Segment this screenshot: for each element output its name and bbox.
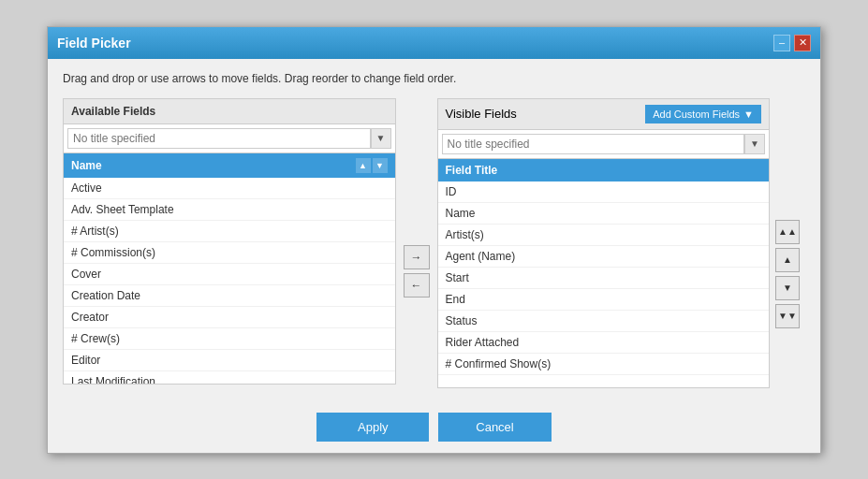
list-item[interactable]: Rider Attached (438, 332, 770, 354)
move-down-button[interactable]: ▼ (775, 276, 800, 300)
visible-fields-header-row: Visible Fields Add Custom Fields ▼ (438, 99, 770, 130)
reorder-buttons: ▲▲ ▲ ▼ ▼▼ (770, 220, 805, 328)
minimize-button[interactable]: – (773, 35, 790, 51)
sort-desc-button[interactable]: ▼ (373, 158, 388, 173)
list-item[interactable]: Agent (Name) (438, 246, 770, 268)
available-fields-header: Available Fields (64, 99, 395, 124)
available-fields-filter-button[interactable]: ▼ (371, 128, 391, 149)
list-item[interactable]: Creation Date (64, 285, 395, 307)
list-item[interactable]: End (438, 289, 770, 311)
visible-fields-header-label: Visible Fields (446, 107, 517, 121)
list-item[interactable]: Name (438, 203, 770, 225)
titlebar-controls: – ✕ (773, 35, 811, 51)
panels-container: Available Fields ▼ Name ▲ ▼ Active Adv. … (63, 98, 805, 388)
list-item[interactable]: # Confirmed Show(s) (438, 354, 770, 375)
dialog-footer: Apply Cancel (48, 401, 820, 453)
list-item[interactable]: Adv. Sheet Template (64, 199, 395, 221)
available-fields-search-row: ▼ (64, 124, 395, 153)
list-item[interactable]: Editor (64, 350, 395, 371)
list-item[interactable]: # Artist(s) (64, 221, 395, 242)
list-item[interactable]: Active (64, 178, 395, 199)
move-up-button[interactable]: ▲ (775, 248, 800, 272)
list-item[interactable]: Start (438, 268, 770, 289)
dialog-title: Field Picker (57, 36, 131, 51)
list-item[interactable]: # Commission(s) (64, 242, 395, 264)
move-left-button[interactable]: ← (404, 273, 430, 298)
apply-button[interactable]: Apply (316, 413, 429, 442)
move-right-button[interactable]: → (404, 245, 430, 269)
list-item[interactable]: Status (438, 311, 770, 332)
field-picker-dialog: Field Picker – ✕ Drag and drop or use ar… (47, 26, 821, 454)
list-item[interactable]: # Crew(s) (64, 328, 395, 350)
list-item[interactable]: Creator (64, 307, 395, 328)
available-fields-column-header: Name ▲ ▼ (64, 153, 395, 178)
move-to-top-button[interactable]: ▲▲ (775, 220, 800, 244)
visible-fields-panel: Visible Fields Add Custom Fields ▼ ▼ Fie… (437, 98, 771, 388)
instruction-text: Drag and drop or use arrows to move fiel… (63, 72, 805, 85)
list-item[interactable]: Cover (64, 264, 395, 285)
cancel-button[interactable]: Cancel (438, 413, 551, 442)
list-item[interactable]: Last Modification (64, 371, 395, 384)
visible-fields-list: ID Name Artist(s) Agent (Name) Start End… (438, 181, 770, 387)
add-custom-fields-button[interactable]: Add Custom Fields ▼ (645, 105, 761, 123)
dropdown-chevron-icon: ▼ (743, 109, 754, 120)
move-to-bottom-button[interactable]: ▼▼ (775, 304, 800, 328)
available-fields-search-input[interactable] (67, 128, 371, 149)
available-fields-list: Active Adv. Sheet Template # Artist(s) #… (64, 178, 395, 384)
available-fields-panel: Available Fields ▼ Name ▲ ▼ Active Adv. … (63, 98, 396, 385)
close-button[interactable]: ✕ (794, 35, 811, 51)
sort-asc-button[interactable]: ▲ (356, 158, 371, 173)
transfer-buttons: → ← (396, 245, 437, 298)
list-item[interactable]: ID (438, 181, 770, 203)
column-sort-buttons: ▲ ▼ (356, 158, 388, 173)
dialog-body: Drag and drop or use arrows to move fiel… (48, 59, 820, 401)
visible-fields-search-row: ▼ (438, 130, 770, 159)
list-item[interactable]: Artist(s) (438, 225, 770, 246)
visible-fields-filter-button[interactable]: ▼ (744, 134, 765, 154)
visible-fields-search-input[interactable] (442, 134, 745, 154)
dialog-titlebar: Field Picker – ✕ (48, 27, 820, 59)
visible-fields-column-header: Field Title (438, 159, 770, 181)
